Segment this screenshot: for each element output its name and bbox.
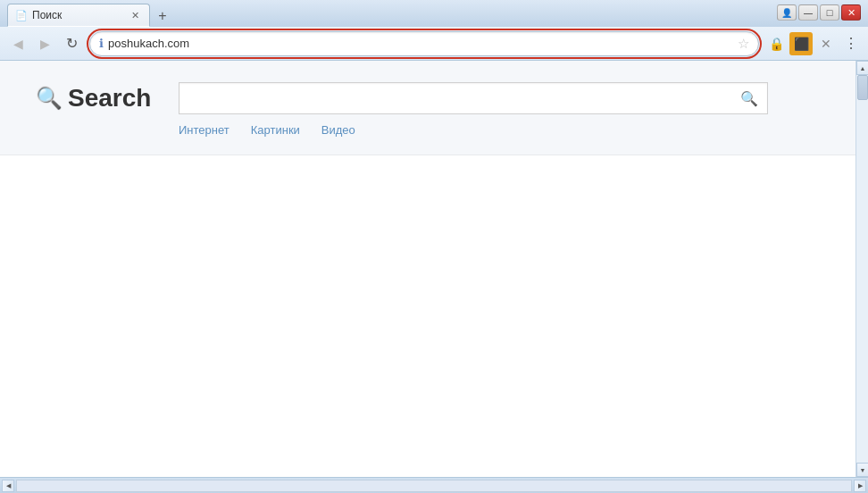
search-row: 🔍 Search 🔍	[36, 82, 768, 114]
refresh-button[interactable]: ↻	[59, 31, 84, 56]
internet-link[interactable]: Интернет	[179, 123, 230, 137]
search-logo-text: Search	[68, 84, 151, 113]
page-viewport: 🔍 Search 🔍 Интернет Картинки Вид	[0, 61, 855, 477]
new-tab-button[interactable]: +	[152, 7, 173, 25]
video-link[interactable]: Видео	[321, 123, 355, 137]
tab-title: Поиск	[32, 9, 123, 21]
navigation-bar: ◀ ▶ ↻ ℹ ☆ 🔒 ⬛ ✕ ⋮	[0, 27, 868, 61]
menu-button[interactable]: ⋮	[839, 32, 863, 55]
content-area	[0, 155, 855, 477]
search-logo-icon: 🔍	[36, 86, 63, 111]
settings-icon-btn[interactable]: ✕	[814, 32, 838, 55]
search-input-wrapper[interactable]: 🔍	[179, 82, 768, 114]
vertical-scrollbar[interactable]: ▲ ▼	[855, 61, 868, 477]
search-category-links: Интернет Картинки Видео	[179, 123, 820, 137]
search-page: 🔍 Search 🔍 Интернет Картинки Вид	[0, 61, 855, 477]
search-text-input[interactable]	[188, 91, 740, 106]
window-controls: 👤 — □ ✕	[777, 4, 861, 21]
info-icon: ℹ	[99, 37, 104, 50]
address-bar[interactable]: ℹ ☆	[89, 31, 759, 56]
h-scroll-left-button[interactable]: ◀	[2, 480, 14, 492]
search-logo: 🔍 Search	[36, 84, 179, 113]
back-button[interactable]: ◀	[5, 31, 30, 56]
h-scroll-track[interactable]	[16, 480, 852, 492]
h-scroll-right-button[interactable]: ▶	[854, 480, 866, 492]
user-icon-btn[interactable]: 👤	[777, 4, 797, 21]
scroll-down-button[interactable]: ▼	[856, 463, 868, 477]
scroll-up-button[interactable]: ▲	[856, 61, 868, 75]
close-button[interactable]: ✕	[841, 4, 861, 21]
tab-close-button[interactable]: ✕	[128, 8, 142, 22]
lock-icon-btn[interactable]: 🔒	[764, 32, 788, 55]
bookmark-star-icon[interactable]: ☆	[738, 36, 749, 52]
search-section: 🔍 Search 🔍 Интернет Картинки Вид	[0, 61, 855, 155]
title-bar: 📄 Поиск ✕ + 👤 — □ ✕	[0, 0, 868, 27]
search-submit-button[interactable]: 🔍	[740, 90, 758, 107]
minimize-button[interactable]: —	[798, 4, 818, 21]
bottom-bar: ◀ ▶	[0, 477, 868, 493]
images-link[interactable]: Картинки	[251, 123, 300, 137]
tab-strip: 📄 Поиск ✕ +	[7, 4, 861, 27]
browser-body: 🔍 Search 🔍 Интернет Картинки Вид	[0, 61, 868, 477]
maximize-button[interactable]: □	[820, 4, 839, 21]
url-input[interactable]	[108, 37, 738, 50]
scroll-track	[856, 75, 868, 463]
tab-page-icon: 📄	[15, 10, 28, 21]
extensions-icon-btn[interactable]: ⬛	[789, 32, 813, 55]
browser-tab[interactable]: 📄 Поиск ✕	[7, 4, 150, 27]
scroll-thumb[interactable]	[857, 75, 868, 100]
forward-button[interactable]: ▶	[32, 31, 57, 56]
